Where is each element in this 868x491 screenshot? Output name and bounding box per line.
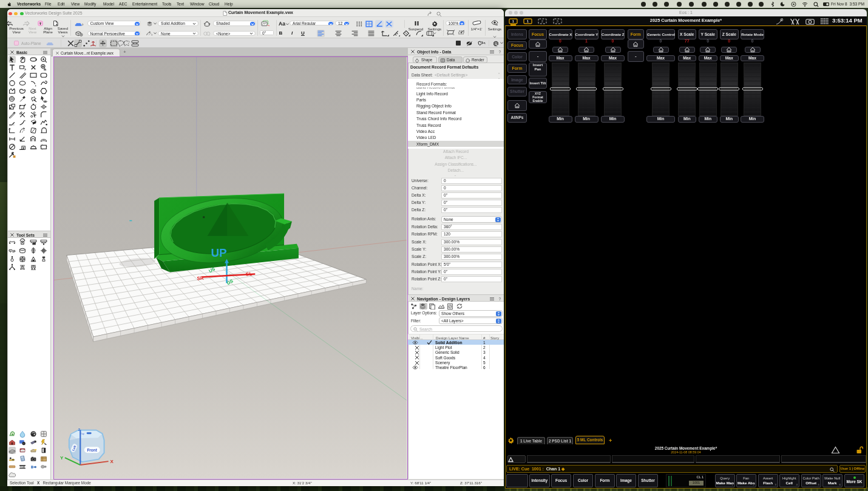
svg-text:Top: Top [81,433,84,435]
svg-text:UP: UP [211,246,226,259]
svg-text:X: X [110,459,114,464]
svg-text:SR: SR [197,276,204,282]
svg-text:Y: Y [60,455,64,461]
svg-text:SL: SL [246,271,253,277]
svg-text:Front: Front [87,448,97,452]
